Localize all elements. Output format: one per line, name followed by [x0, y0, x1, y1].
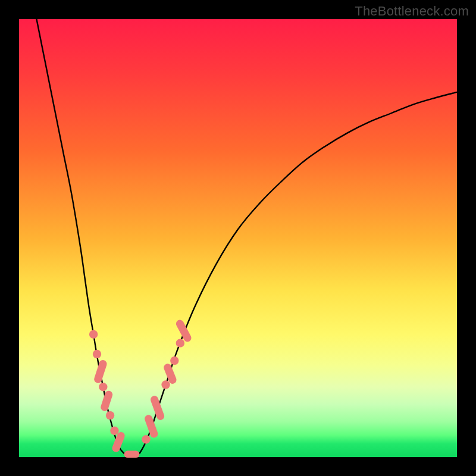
curve-right-branch: [139, 92, 457, 453]
marker-dot-6: [161, 380, 170, 389]
curve-left-branch: [36, 19, 124, 453]
marker-layer: [89, 318, 193, 458]
valley-bar: [124, 451, 140, 458]
svg-rect-3: [143, 414, 159, 439]
marker-dot-4: [110, 427, 118, 435]
marker-pill-6: [175, 318, 193, 343]
marker-dot-5: [142, 435, 150, 443]
marker-dot-0: [89, 330, 98, 339]
marker-pill-0: [93, 359, 108, 384]
marker-dot-2: [99, 383, 107, 391]
chart-overlay: [0, 0, 476, 476]
marker-dot-3: [106, 411, 114, 419]
marker-dot-8: [176, 339, 184, 347]
svg-rect-0: [93, 359, 108, 384]
marker-dot-7: [170, 356, 178, 365]
marker-pill-3: [143, 414, 159, 439]
marker-pill-1: [100, 390, 114, 412]
chart-stage: TheBottleneck.com: [0, 0, 476, 476]
svg-rect-1: [100, 390, 114, 412]
marker-dot-1: [93, 350, 101, 358]
svg-rect-6: [175, 318, 193, 343]
